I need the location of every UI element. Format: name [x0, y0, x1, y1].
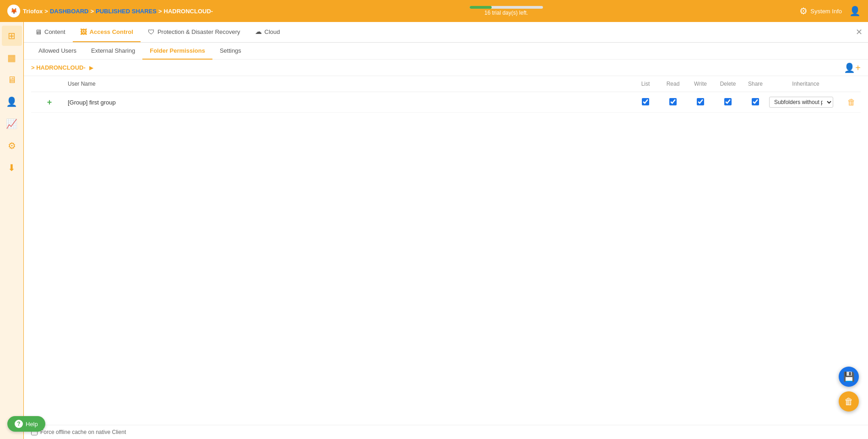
header-left: 🦊 Triofox > DASHBOARD > PUBLISHED SHARES…	[7, 5, 213, 17]
trial-text: 16 trial day(s) left.	[484, 10, 528, 16]
share-checkbox[interactable]	[752, 98, 759, 105]
header-list: List	[632, 81, 659, 87]
tab-access-control[interactable]: 🖼 Access Control	[73, 22, 141, 42]
system-info-button[interactable]: ⚙ System Info	[799, 5, 842, 16]
inheritance-cell[interactable]: Subfolders without permission Subfolders…	[769, 97, 842, 108]
table-row: + [Group] first group	[31, 92, 861, 113]
trial-progress-bar	[470, 6, 543, 9]
dashboard-icon: ⊞	[8, 30, 16, 41]
folder-path[interactable]: > HADRONCLOUD-	[31, 64, 86, 71]
header-read: Read	[659, 81, 687, 87]
sidebar-item-dashboard[interactable]: ⊞	[2, 26, 22, 46]
offline-cache-label[interactable]: Force offline cache on native Client	[31, 429, 126, 435]
sidebar-item-charts[interactable]: 📈	[2, 114, 22, 134]
gear-icon: ⚙	[799, 5, 808, 16]
save-button[interactable]: 💾	[839, 367, 859, 387]
protection-tab-icon: 🛡	[148, 28, 155, 36]
read-checkbox[interactable]	[669, 98, 677, 105]
offline-cache-text: Force offline cache on native Client	[40, 429, 126, 435]
write-checkbox[interactable]	[697, 98, 704, 105]
header-delete: Delete	[714, 81, 742, 87]
help-button[interactable]: ? Help	[7, 416, 45, 432]
settings-label: Settings	[220, 47, 241, 54]
help-label: Help	[26, 421, 38, 428]
download-icon: ⬇	[8, 162, 16, 173]
header: 🦊 Triofox > DASHBOARD > PUBLISHED SHARES…	[0, 0, 868, 22]
users-icon: 👤	[6, 96, 17, 107]
sidebar-item-analytics[interactable]: ▦	[2, 48, 22, 68]
user-name-cell: [Group] first group	[68, 99, 632, 106]
external-sharing-label: External Sharing	[91, 47, 135, 54]
delete-checkbox[interactable]	[724, 98, 732, 105]
table-header: User Name List Read Write Delete Share I…	[31, 76, 861, 92]
sub-tab-allowed-users[interactable]: Allowed Users	[31, 43, 84, 60]
main-tabs: 🖥 Content 🖼 Access Control 🛡 Protection …	[24, 22, 868, 43]
tab-cloud-label: Cloud	[265, 28, 280, 35]
header-add-col	[31, 81, 68, 87]
cloud-tab-icon: ☁	[255, 27, 262, 36]
sidebar-item-download[interactable]: ⬇	[2, 158, 22, 178]
sub-tab-settings[interactable]: Settings	[212, 43, 249, 60]
sidebar-item-monitor[interactable]: 🖥	[2, 70, 22, 90]
delete-checkbox-cell[interactable]	[714, 98, 742, 107]
main-layout: ⊞ ▦ 🖥 👤 📈 ⚙ ⬇ 🖥 Content 🖼	[0, 22, 868, 439]
breadcrumb-current: HADRONCLOUD-	[164, 8, 213, 15]
inheritance-select[interactable]: Subfolders without permission Subfolders…	[769, 97, 833, 108]
system-info-label: System Info	[810, 8, 842, 15]
tab-protection[interactable]: 🛡 Protection & Disaster Recovery	[141, 22, 248, 42]
add-user-button[interactable]: 👤+	[844, 62, 861, 73]
tab-content-label: Content	[44, 28, 65, 35]
folder-section: > HADRONCLOUD- ▶ 👤+	[24, 60, 868, 76]
folder-permissions-label: Folder Permissions	[150, 47, 205, 54]
help-icon: ?	[15, 420, 23, 428]
tab-cloud[interactable]: ☁ Cloud	[248, 22, 288, 42]
content-tab-icon: 🖥	[35, 28, 42, 36]
header-right: ⚙ System Info 👤	[799, 5, 861, 16]
header-username: User Name	[68, 81, 632, 87]
share-checkbox-cell[interactable]	[742, 98, 769, 107]
allowed-users-label: Allowed Users	[38, 47, 76, 54]
close-button[interactable]: ✕	[856, 27, 863, 37]
logo: 🦊	[7, 5, 20, 17]
tab-content[interactable]: 🖥 Content	[27, 22, 73, 42]
breadcrumb-dashboard[interactable]: DASHBOARD	[50, 8, 89, 15]
company-name: Triofox	[23, 8, 43, 15]
header-share: Share	[742, 81, 769, 87]
sidebar-item-settings[interactable]: ⚙	[2, 136, 22, 156]
sidebar: ⊞ ▦ 🖥 👤 📈 ⚙ ⬇	[0, 22, 24, 439]
content-area: 🖥 Content 🖼 Access Control 🛡 Protection …	[24, 22, 868, 439]
breadcrumb: Triofox > DASHBOARD > PUBLISHED SHARES >…	[23, 8, 213, 15]
sub-tab-folder-permissions[interactable]: Folder Permissions	[142, 43, 212, 60]
read-checkbox-cell[interactable]	[659, 98, 687, 107]
header-write: Write	[687, 81, 714, 87]
discard-button[interactable]: 🗑	[839, 391, 859, 412]
sub-tab-external-sharing[interactable]: External Sharing	[84, 43, 142, 60]
settings-icon: ⚙	[8, 140, 16, 151]
folder-expand-arrow[interactable]: ▶	[89, 65, 93, 71]
trial-info: 16 trial day(s) left.	[470, 6, 543, 16]
trial-progress-fill	[470, 6, 492, 9]
charts-icon: 📈	[6, 118, 17, 129]
write-checkbox-cell[interactable]	[687, 98, 714, 107]
floating-buttons: 💾 🗑	[839, 367, 859, 412]
tab-protection-label: Protection & Disaster Recovery	[157, 28, 240, 35]
user-avatar-icon[interactable]: 👤	[849, 5, 861, 16]
list-checkbox[interactable]	[642, 98, 649, 105]
monitor-icon: 🖥	[7, 75, 16, 85]
header-inheritance: Inheritance	[769, 81, 842, 87]
tab-access-control-label: Access Control	[90, 28, 133, 35]
bottom-bar: Force offline cache on native Client	[24, 425, 868, 439]
sidebar-item-users[interactable]: 👤	[2, 92, 22, 112]
delete-row-button[interactable]: 🗑	[842, 98, 861, 107]
list-checkbox-cell[interactable]	[632, 98, 659, 107]
sub-tabs: Allowed Users External Sharing Folder Pe…	[24, 43, 868, 60]
add-row-icon[interactable]: +	[31, 98, 68, 107]
breadcrumb-published-shares[interactable]: PUBLISHED SHARES	[96, 8, 157, 15]
permissions-table: User Name List Read Write Delete Share I…	[24, 76, 868, 425]
analytics-icon: ▦	[7, 52, 16, 63]
access-control-tab-icon: 🖼	[80, 28, 87, 36]
header-actions	[842, 81, 861, 87]
